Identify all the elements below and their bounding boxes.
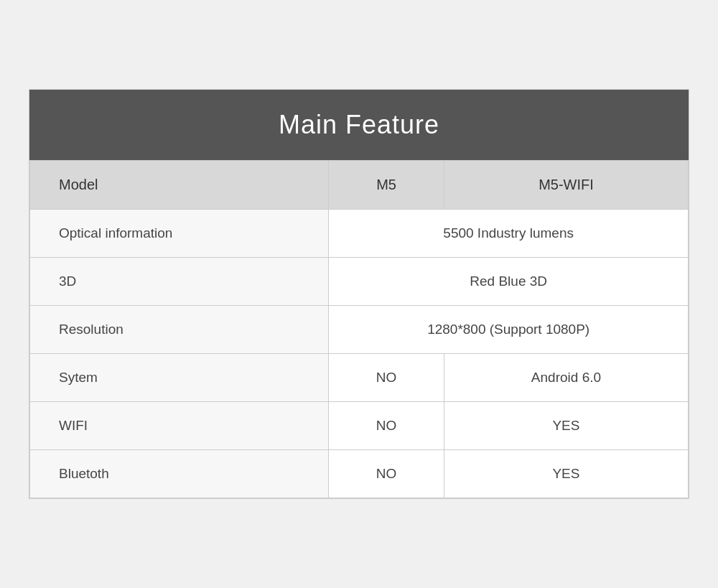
feature-value: Red Blue 3D: [329, 258, 689, 306]
feature-label: Sytem: [30, 354, 329, 402]
feature-m5: NO: [329, 354, 444, 402]
col-m5: M5: [329, 161, 444, 210]
feature-label: Bluetoth: [30, 450, 329, 498]
col-m5wifi: M5-WIFI: [444, 161, 688, 210]
feature-label: Resolution: [30, 306, 329, 354]
table-row: WIFINOYES: [30, 402, 689, 450]
page-title: Main Feature: [44, 110, 674, 140]
feature-label: Optical information: [30, 210, 329, 258]
table-row: Resolution1280*800 (Support 1080P): [30, 306, 689, 354]
table-row: SytemNOAndroid 6.0: [30, 354, 689, 402]
main-container: Main Feature Model M5 M5-WIFI Optical in…: [29, 89, 689, 499]
col-model: Model: [30, 161, 329, 210]
feature-m5wifi: Android 6.0: [444, 354, 688, 402]
feature-m5wifi: YES: [444, 402, 688, 450]
table-body: Optical information5500 Industry lumens3…: [30, 210, 689, 498]
feature-m5: NO: [329, 450, 444, 498]
table-header: Main Feature: [29, 90, 689, 160]
feature-m5wifi: YES: [444, 450, 688, 498]
feature-value: 1280*800 (Support 1080P): [329, 306, 689, 354]
feature-table: Model M5 M5-WIFI Optical information5500…: [29, 160, 689, 498]
feature-label: 3D: [30, 258, 329, 306]
table-row: 3DRed Blue 3D: [30, 258, 689, 306]
table-row: BluetothNOYES: [30, 450, 689, 498]
feature-label: WIFI: [30, 402, 329, 450]
table-header-row: Model M5 M5-WIFI: [30, 161, 689, 210]
feature-m5: NO: [329, 402, 444, 450]
table-row: Optical information5500 Industry lumens: [30, 210, 689, 258]
feature-value: 5500 Industry lumens: [329, 210, 689, 258]
